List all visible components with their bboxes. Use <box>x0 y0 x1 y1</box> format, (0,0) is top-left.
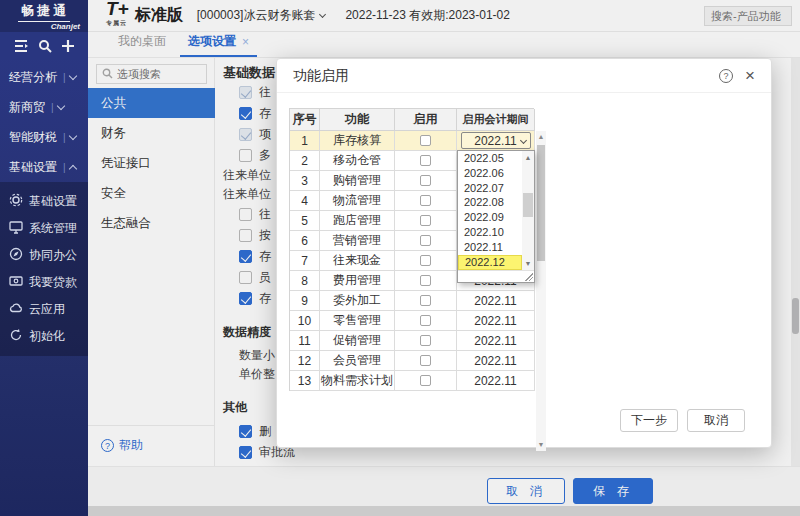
feature-name: 促销管理 <box>320 331 395 351</box>
enable-cell <box>395 151 457 171</box>
period-cell[interactable]: 2022.11 2022.11 <box>457 311 535 331</box>
enable-checkbox[interactable] <box>420 355 431 366</box>
row-number: 3 <box>290 171 320 191</box>
period-dropdown: 2022.05 2022.06 2022.07 2022.08 2022.09 … <box>457 150 535 283</box>
scroll-down-icon[interactable]: ▼ <box>522 257 534 270</box>
feature-name: 往来现金 <box>320 251 395 271</box>
feature-name: 委外加工 <box>320 291 395 311</box>
dropdown-option[interactable]: 2022.12 <box>458 255 522 270</box>
row-number: 7 <box>290 251 320 271</box>
enable-cell <box>395 311 457 331</box>
chevron-down-icon <box>519 137 526 144</box>
enable-cell <box>395 351 457 371</box>
dialog-cancel-button[interactable]: 取消 <box>687 409 745 432</box>
row-number: 2 <box>290 151 320 171</box>
table-header: 序号 功能 启用 启用会计期间 <box>290 109 534 131</box>
dropdown-option[interactable]: 2022.10 <box>458 225 522 240</box>
table-row: 11 促销管理 2022.11 2022.11 <box>290 331 534 351</box>
row-number: 8 <box>290 271 320 291</box>
dropdown-option[interactable]: 2022.06 <box>458 166 522 181</box>
enable-checkbox[interactable] <box>420 135 431 146</box>
dialog-header: 功能启用 ? × <box>277 59 771 93</box>
row-number: 6 <box>290 231 320 251</box>
enable-cell <box>395 191 457 211</box>
scroll-up-icon[interactable]: ▲ <box>522 151 534 164</box>
table-row: 13 物料需求计划 2022.11 2022.11 <box>290 371 534 391</box>
row-number: 11 <box>290 331 320 351</box>
col-header-period: 启用会计期间 <box>457 109 535 131</box>
enable-cell <box>395 371 457 391</box>
table-row: 1 库存核算 2022.11 2022.11 <box>290 131 534 151</box>
feature-name: 库存核算 <box>320 131 395 151</box>
enable-checkbox[interactable] <box>420 255 431 266</box>
row-number: 12 <box>290 351 320 371</box>
scrollbar-thumb[interactable] <box>537 145 545 261</box>
enable-cell <box>395 271 457 291</box>
enable-cell <box>395 211 457 231</box>
row-number: 10 <box>290 311 320 331</box>
enable-cell <box>395 291 457 311</box>
table-row: 12 会员管理 2022.11 2022.11 <box>290 351 534 371</box>
period-cell[interactable]: 2022.11 2022.11 <box>457 331 535 351</box>
enable-checkbox[interactable] <box>420 195 431 206</box>
period-cell[interactable]: 2022.11 2022.11 <box>457 131 535 151</box>
dropdown-options: 2022.05 2022.06 2022.07 2022.08 2022.09 … <box>458 151 522 270</box>
col-header-enable: 启用 <box>395 109 457 131</box>
table-row: 10 零售管理 2022.11 2022.11 <box>290 311 534 331</box>
feature-name: 会员管理 <box>320 351 395 371</box>
close-icon[interactable]: × <box>745 69 755 83</box>
row-number: 13 <box>290 371 320 391</box>
table-row: 9 委外加工 2022.11 2022.11 <box>290 291 534 311</box>
resize-grip-icon[interactable] <box>524 272 533 281</box>
table-scrollbar[interactable]: ▲ ▼ <box>536 131 546 451</box>
feature-name: 零售管理 <box>320 311 395 331</box>
row-number: 9 <box>290 291 320 311</box>
enable-checkbox[interactable] <box>420 175 431 186</box>
feature-name: 跑店管理 <box>320 211 395 231</box>
dropdown-scrollbar[interactable]: ▲ ▼ <box>522 151 534 270</box>
dialog-title: 功能启用 <box>293 67 349 85</box>
row-number: 1 <box>290 131 320 151</box>
enable-cell <box>395 131 457 151</box>
feature-name: 物流管理 <box>320 191 395 211</box>
enable-cell <box>395 251 457 271</box>
period-cell[interactable]: 2022.11 2022.11 <box>457 291 535 311</box>
enable-checkbox[interactable] <box>420 295 431 306</box>
enable-checkbox[interactable] <box>420 155 431 166</box>
scroll-up-icon[interactable]: ▲ <box>536 131 546 143</box>
scrollbar-thumb[interactable] <box>523 193 533 217</box>
col-header-feature: 功能 <box>320 109 395 131</box>
feature-name: 移动仓管 <box>320 151 395 171</box>
feature-enable-dialog: 功能启用 ? × 序号 功能 启用 启用会计期间 1 库存核算 2022.11 … <box>276 58 772 448</box>
period-cell[interactable]: 2022.11 2022.11 <box>457 371 535 391</box>
dropdown-resize-bar <box>458 270 534 282</box>
enable-checkbox[interactable] <box>420 375 431 386</box>
next-step-button[interactable]: 下一步 <box>620 409 678 432</box>
dropdown-option[interactable]: 2022.07 <box>458 181 522 196</box>
col-header-no: 序号 <box>290 109 320 131</box>
enable-checkbox[interactable] <box>420 215 431 226</box>
scroll-down-icon[interactable]: ▼ <box>536 439 546 451</box>
enable-cell <box>395 171 457 191</box>
help-icon[interactable]: ? <box>719 69 733 83</box>
feature-name: 购销管理 <box>320 171 395 191</box>
row-number: 5 <box>290 211 320 231</box>
feature-name: 营销管理 <box>320 231 395 251</box>
dropdown-option[interactable]: 2022.11 <box>458 240 522 255</box>
enable-cell <box>395 331 457 351</box>
enable-checkbox[interactable] <box>420 335 431 346</box>
period-select[interactable]: 2022.11 <box>461 132 531 149</box>
enable-checkbox[interactable] <box>420 315 431 326</box>
dropdown-option[interactable]: 2022.09 <box>458 210 522 225</box>
period-cell[interactable]: 2022.11 2022.11 <box>457 351 535 371</box>
feature-name: 费用管理 <box>320 271 395 291</box>
enable-checkbox[interactable] <box>420 275 431 286</box>
dropdown-option[interactable]: 2022.08 <box>458 195 522 210</box>
enable-cell <box>395 231 457 251</box>
dropdown-option[interactable]: 2022.05 <box>458 151 522 166</box>
feature-name: 物料需求计划 <box>320 371 395 391</box>
enable-checkbox[interactable] <box>420 235 431 246</box>
row-number: 4 <box>290 191 320 211</box>
